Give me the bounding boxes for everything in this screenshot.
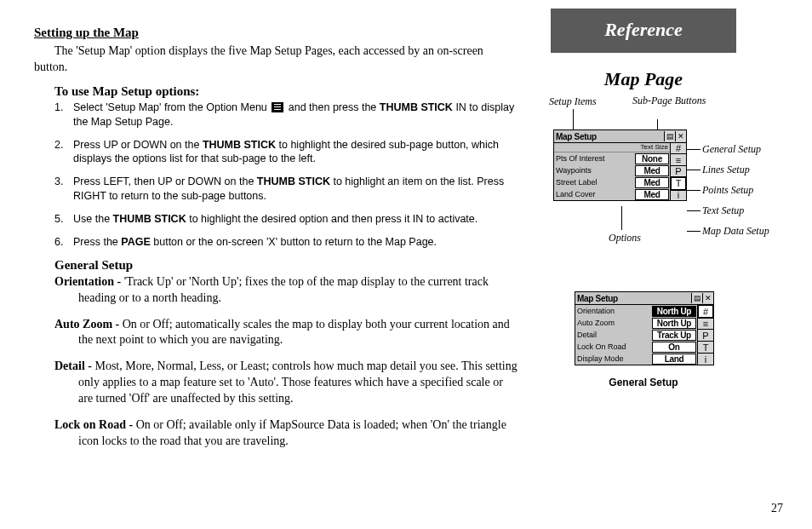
gps-titlebar: Map Setup ▤ ✕: [575, 292, 713, 305]
def-orientation: Orientation - 'Track Up' or 'North Up'; …: [54, 274, 519, 307]
tab-mapdata-icon[interactable]: i: [671, 190, 686, 200]
tab-text-icon[interactable]: T: [698, 342, 713, 354]
leader-line: [573, 109, 574, 129]
step-item: 1. Select 'Setup Map' from the Option Me…: [54, 101, 519, 129]
intro-paragraph: The 'Setup Map' option displays the five…: [34, 43, 519, 76]
callout-lines: Lines Setup: [702, 164, 750, 176]
list-row[interactable]: Pts Of InterestNone: [554, 152, 670, 164]
close-button[interactable]: ✕: [702, 293, 713, 303]
list-row[interactable]: OrientationNorth Up: [575, 305, 697, 317]
callout-text: Text Setup: [702, 204, 744, 217]
general-setup-heading: General Setup: [54, 258, 519, 273]
subpage-tabs: # ≡ P T i: [697, 305, 713, 365]
callout-general: General Setup: [702, 143, 761, 156]
gps-list: OrientationNorth Up Auto ZoomNorth Up De…: [575, 305, 697, 365]
leader-line: [687, 231, 700, 232]
screenshot-2-caption: General Setup: [575, 377, 712, 388]
step-item: 5. Use the THUMB STICK to highlight the …: [54, 212, 519, 227]
leader-line: [687, 190, 700, 191]
left-column: Setting up the Map The 'Setup Map' optio…: [34, 26, 519, 460]
tab-general-icon[interactable]: #: [697, 304, 714, 319]
leader-line: [657, 119, 658, 129]
callout-setup-items: Setup Items: [549, 95, 597, 108]
def-lock-on-road: Lock on Road - On or Off; available only…: [54, 417, 519, 450]
gps-titlebar: Map Setup ▤ ✕: [554, 130, 686, 143]
list-row[interactable]: Lock On RoadOn: [575, 341, 697, 353]
screenshot-1-wrap: Setup Items Sub-Page Buttons Map Setup ▤…: [540, 95, 796, 266]
list-row[interactable]: Street LabelMed: [554, 176, 670, 188]
leader-line: [621, 206, 622, 230]
close-button[interactable]: ✕: [675, 131, 686, 141]
page-number: 27: [771, 502, 783, 515]
list-row[interactable]: Land CoverMed: [554, 188, 670, 200]
list-row[interactable]: Auto ZoomNorth Up: [575, 317, 697, 329]
leader-line: [687, 149, 700, 150]
tab-general-icon[interactable]: #: [671, 143, 686, 154]
steps-heading: To use Map Setup options:: [54, 84, 519, 99]
list-row[interactable]: WaypointsMed: [554, 164, 670, 176]
gps-title: Map Setup: [575, 294, 691, 303]
tab-points-icon[interactable]: P: [671, 166, 686, 177]
list-header: Text Size: [554, 143, 670, 152]
gps-title: Map Setup: [554, 132, 664, 141]
right-column: Reference Map Page Setup Items Sub-Page …: [540, 9, 796, 428]
step-item: 3. Press LEFT, then UP or DOWN on the TH…: [54, 175, 519, 204]
callout-subpage: Sub-Page Buttons: [632, 95, 683, 106]
list-row[interactable]: DetailTrack Up: [575, 329, 697, 341]
gps-screen-2: Map Setup ▤ ✕ OrientationNorth Up Auto Z…: [575, 291, 714, 365]
tab-points-icon[interactable]: P: [698, 330, 713, 342]
def-detail: Detail - Most, More, Normal, Less, or Le…: [54, 359, 519, 407]
reference-tab: Reference: [551, 9, 736, 53]
step-item: 2. Press UP or DOWN on the THUMB STICK t…: [54, 138, 519, 167]
leader-line: [687, 170, 700, 170]
section-title: Setting up the Map: [34, 26, 519, 40]
tab-mapdata-icon[interactable]: i: [698, 354, 713, 365]
list-row[interactable]: Display ModeLand: [575, 353, 697, 365]
leader-line: [687, 210, 700, 211]
subpage-tabs: # ≡ P T i: [670, 143, 686, 200]
gps-list: Text Size Pts Of InterestNone WaypointsM…: [554, 143, 670, 200]
option-menu-icon: [272, 102, 283, 112]
def-auto-zoom: Auto Zoom - On or Off; automatically sca…: [54, 317, 519, 349]
tab-lines-icon[interactable]: ≡: [671, 154, 686, 165]
screenshot-2-wrap: Map Setup ▤ ✕ OrientationNorth Up Auto Z…: [540, 291, 796, 428]
options-menu-button[interactable]: ▤: [691, 293, 702, 303]
step-item: 6. Press the PAGE button or the on-scree…: [54, 235, 519, 250]
tab-lines-icon[interactable]: ≡: [698, 318, 713, 330]
callout-options: Options: [609, 232, 641, 244]
callout-mapdata: Map Data Setup: [702, 225, 769, 238]
callout-points: Points Setup: [702, 184, 753, 197]
options-menu-button[interactable]: ▤: [664, 131, 675, 141]
map-page-title: Map Page: [551, 68, 736, 90]
tab-text-icon[interactable]: T: [670, 176, 687, 190]
steps-list: 1. Select 'Setup Map' from the Option Me…: [54, 101, 519, 250]
gps-screen-1: Map Setup ▤ ✕ Text Size Pts Of InterestN…: [553, 129, 687, 201]
